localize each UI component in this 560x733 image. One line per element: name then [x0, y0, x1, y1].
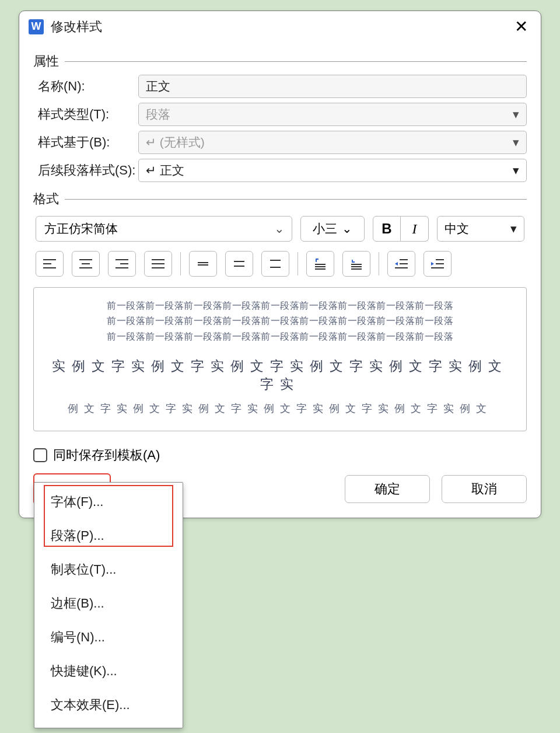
language-value: 中文 [444, 221, 469, 237]
font-size-select[interactable]: 小三 ⌄ [300, 216, 365, 242]
menu-item-numbering[interactable]: 编号(N)... [34, 620, 183, 654]
save-to-template-label: 同时保存到模板(A) [53, 446, 160, 464]
titlebar: W 修改样式 ✕ [19, 11, 541, 41]
increase-indent-button[interactable] [424, 251, 452, 277]
chevron-down-icon: ⌄ [274, 222, 285, 236]
menu-item-tabs[interactable]: 制表位(T)... [34, 553, 183, 587]
ok-button[interactable]: 确定 [345, 475, 430, 503]
menu-item-border[interactable]: 边框(B)... [34, 587, 183, 620]
properties-section-label: 属性 [33, 53, 527, 70]
increase-space-before-button[interactable] [306, 251, 334, 277]
preview-context-line: 前一段落前一段落前一段落前一段落前一段落前一段落前一段落前一段落前一段落 [49, 313, 511, 329]
chevron-down-icon: ▾ [513, 135, 519, 149]
separator [298, 252, 298, 275]
font-name-value: 方正仿宋简体 [44, 221, 118, 237]
name-label: 名称(N): [33, 78, 138, 95]
preview-sample-text: 例文字实例文字实例文字实例文字实例文字实例文字实例文 [49, 402, 511, 416]
line-spacing-tight-button[interactable] [189, 251, 217, 277]
preview-context-line: 前一段落前一段落前一段落前一段落前一段落前一段落前一段落前一段落前一段落 [49, 298, 511, 313]
next-style-label: 后续段落样式(S): [33, 162, 138, 179]
next-style-select[interactable]: ↵ 正文 ▾ [138, 159, 527, 182]
close-icon[interactable]: ✕ [511, 17, 531, 36]
svg-marker-28 [395, 262, 398, 266]
align-left-button[interactable] [36, 251, 64, 277]
decrease-space-before-button[interactable] [342, 251, 370, 277]
font-name-select[interactable]: 方正仿宋简体 ⌄ [36, 216, 292, 242]
align-center-button[interactable] [72, 251, 100, 277]
separator [180, 252, 181, 275]
style-type-value: 段落 [146, 106, 170, 123]
bold-button[interactable]: B [373, 216, 401, 242]
style-type-select: 段落 ▾ [138, 103, 527, 126]
save-to-template-checkbox[interactable] [33, 448, 47, 462]
line-spacing-loose-button[interactable] [261, 251, 289, 277]
language-select[interactable]: 中文 ▾ [437, 216, 524, 242]
chevron-down-icon: ⌄ [342, 222, 352, 236]
separator [379, 252, 379, 275]
modify-style-dialog: W 修改样式 ✕ 属性 名称(N): 正文 样式类型(T): 段落 ▾ 样式基于… [19, 11, 541, 518]
menu-item-font[interactable]: 字体(F)... [34, 485, 183, 519]
next-style-value: ↵ 正文 [146, 162, 184, 179]
menu-item-paragraph[interactable]: 段落(P)... [34, 519, 183, 553]
preview-context-line: 前一段落前一段落前一段落前一段落前一段落前一段落前一段落前一段落前一段落 [49, 329, 511, 344]
dialog-title: 修改样式 [51, 18, 102, 36]
svg-marker-32 [431, 262, 434, 266]
menu-item-shortcut[interactable]: 快捷键(K)... [34, 654, 183, 688]
name-value: 正文 [146, 78, 170, 95]
chevron-down-icon: ▾ [513, 107, 519, 121]
app-icon: W [29, 19, 44, 34]
chevron-down-icon: ▾ [510, 222, 517, 236]
based-on-select[interactable]: ↵ (无样式) ▾ [138, 131, 527, 154]
preview-pane: 前一段落前一段落前一段落前一段落前一段落前一段落前一段落前一段落前一段落 前一段… [33, 287, 527, 431]
font-size-value: 小三 [313, 221, 337, 237]
align-right-button[interactable] [108, 251, 136, 277]
paragraph-toolbar [33, 251, 527, 277]
decrease-indent-button[interactable] [387, 251, 415, 277]
preview-sample-text: 实例文字实例文字实例文字实例文字实例文字实例文字实 [49, 357, 511, 393]
cancel-button[interactable]: 取消 [442, 475, 527, 503]
based-on-label: 样式基于(B): [33, 134, 138, 151]
line-spacing-normal-button[interactable] [225, 251, 253, 277]
based-on-value: ↵ (无样式) [146, 134, 205, 151]
style-type-label: 样式类型(T): [33, 106, 138, 123]
name-input[interactable]: 正文 [138, 75, 527, 98]
chevron-down-icon: ▾ [513, 163, 519, 177]
align-justify-button[interactable] [144, 251, 172, 277]
italic-button[interactable]: I [401, 216, 429, 242]
format-dropdown-menu: 字体(F)... 段落(P)... 制表位(T)... 边框(B)... 编号(… [34, 482, 183, 728]
menu-item-text-effects[interactable]: 文本效果(E)... [34, 688, 183, 722]
format-section-label: 格式 [33, 190, 527, 208]
